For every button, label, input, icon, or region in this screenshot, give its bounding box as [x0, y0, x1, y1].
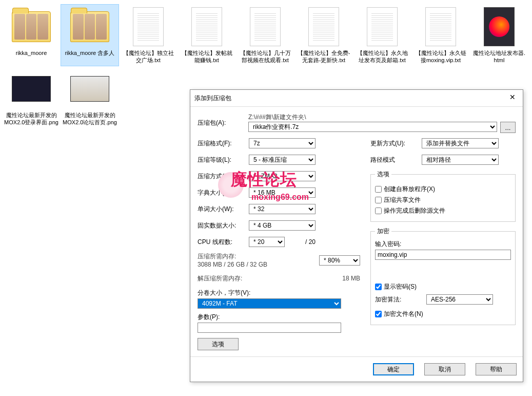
close-icon[interactable]: ✕: [506, 93, 519, 103]
path-label: 路径模式: [370, 156, 422, 164]
file-label: rikka_moore: [16, 49, 47, 56]
file-label: 【魔性论坛】独立社交广场.txt: [121, 49, 175, 64]
archive-name-input[interactable]: rikka作业资料.7z: [248, 122, 497, 132]
file-label: 魔性论坛最新开发的MOX2.0论坛首页.png: [63, 111, 117, 126]
level-label: 压缩等级(L):: [198, 156, 249, 164]
method-label: 压缩方式(M):: [198, 172, 249, 181]
word-label: 单词大小(W):: [198, 205, 249, 214]
solid-label: 固实数据大小:: [198, 221, 249, 230]
update-select[interactable]: 添加并替换文件: [422, 138, 499, 148]
file-item[interactable]: 【魔性论坛】永久链接moxing.vip.txt: [411, 4, 470, 66]
cancel-button[interactable]: 取消: [424, 363, 465, 375]
file-item[interactable]: 魔性论坛地址发布器.html: [470, 4, 528, 66]
mem-decompress-label: 解压缩所需内存:: [198, 274, 342, 283]
dict-select[interactable]: * 16 MB: [249, 187, 316, 198]
file-label: 【魔性论坛】全免费-无套路-更新快.txt: [297, 49, 351, 64]
encryption-fieldset: 加密 输入密码: 显示密码(S) 加密算法:AES-256 加密文件名(N): [370, 227, 516, 325]
compress-dialog: 添加到压缩包 ✕ 压缩包(A): Z:\###舞\新建文件夹\ rikka作业资…: [190, 89, 523, 382]
file-item[interactable]: 【魔性论坛】永久地址发布页及邮箱.txt: [353, 4, 411, 66]
format-label: 压缩格式(F):: [198, 139, 249, 148]
mem-pct-select[interactable]: * 80%: [319, 255, 360, 266]
archive-label: 压缩包(A):: [198, 119, 248, 127]
show-password-label: 显示密码(S): [384, 282, 417, 291]
txt-icon: [191, 7, 222, 46]
file-item[interactable]: 魔性论坛最新开发的MOX2.0论坛首页.png: [61, 66, 119, 128]
word-select[interactable]: * 32: [249, 204, 316, 214]
path-select[interactable]: 相对路径: [422, 155, 499, 165]
password-label: 输入密码:: [375, 240, 511, 249]
password-input[interactable]: [375, 250, 511, 260]
archive-path: Z:\###舞\新建文件夹\: [248, 113, 516, 122]
encrypt-filenames-label: 加密文件名(N): [384, 310, 423, 318]
level-select[interactable]: 5 - 标准压缩: [249, 155, 316, 165]
file-label: 【魔性论坛】发帖就能赚钱.txt: [180, 49, 234, 64]
txt-icon: [133, 7, 164, 46]
file-item[interactable]: 【魔性论坛】独立社交广场.txt: [119, 4, 178, 66]
help-button[interactable]: 帮助: [476, 363, 517, 375]
mem-compress-value: 3088 MB / 26 GB / 32 GB: [198, 261, 319, 268]
dialog-title: 添加到压缩包: [194, 94, 231, 103]
options-button[interactable]: 选项: [198, 338, 239, 350]
cpu-max: / 20: [305, 238, 316, 246]
file-label: rikka_moore 含多人: [65, 49, 115, 56]
mem-decompress-value: 18 MB: [342, 275, 360, 282]
file-item[interactable]: rikka_moore: [2, 4, 61, 66]
file-label: 魔性论坛地址发布器.html: [472, 49, 526, 64]
sfx-checkbox[interactable]: [375, 186, 382, 193]
encrypt-filenames-checkbox[interactable]: [375, 311, 382, 317]
delete-label: 操作完成后删除源文件: [384, 206, 445, 215]
encryption-legend: 加密: [375, 227, 391, 236]
enc-method-label: 加密算法:: [375, 295, 426, 304]
titlebar[interactable]: 添加到压缩包 ✕: [190, 90, 523, 107]
delete-checkbox[interactable]: [375, 208, 382, 214]
file-item[interactable]: 【魔性论坛】发帖就能赚钱.txt: [178, 4, 236, 66]
split-label: 分卷大小，字节(V):: [198, 289, 360, 297]
file-label: 【魔性论坛】几十万部视频在线观看.txt: [238, 49, 292, 64]
format-select[interactable]: 7z: [249, 138, 316, 148]
options-fieldset: 选项 创建自释放程序(X) 压缩共享文件 操作完成后删除源文件: [370, 170, 516, 222]
txt-icon: [250, 7, 281, 46]
method-select[interactable]: * LZMA2: [249, 171, 316, 181]
split-select[interactable]: 4092M - FAT: [198, 298, 341, 309]
folder-icon: [12, 11, 51, 42]
shared-checkbox[interactable]: [375, 197, 382, 203]
file-item[interactable]: rikka_moore 含多人: [61, 4, 119, 66]
params-label: 参数(P):: [198, 313, 360, 322]
image-icon: [12, 76, 51, 102]
cpu-select[interactable]: * 20: [249, 237, 285, 247]
file-label: 魔性论坛最新开发的MOX2.0登录界面.png: [4, 111, 58, 126]
txt-icon: [425, 7, 456, 46]
solid-select[interactable]: * 4 GB: [249, 220, 316, 231]
txt-icon: [367, 7, 398, 46]
shared-label: 压缩共享文件: [384, 196, 421, 204]
enc-method-select[interactable]: AES-256: [426, 294, 493, 305]
firefox-icon: [484, 7, 515, 46]
params-input[interactable]: [198, 323, 341, 333]
ok-button[interactable]: 确定: [373, 363, 414, 375]
file-label: 【魔性论坛】永久地址发布页及邮箱.txt: [355, 49, 409, 64]
update-label: 更新方式(U):: [370, 139, 422, 148]
dict-label: 字典大小(D):: [198, 188, 249, 197]
file-item[interactable]: 【魔性论坛】几十万部视频在线观看.txt: [236, 4, 294, 66]
file-item[interactable]: 【魔性论坛】全免费-无套路-更新快.txt: [294, 4, 353, 66]
txt-icon: [308, 7, 339, 46]
show-password-checkbox[interactable]: [375, 284, 382, 290]
sfx-label: 创建自释放程序(X): [384, 185, 435, 194]
file-label: 【魔性论坛】永久链接moxing.vip.txt: [413, 49, 468, 64]
browse-button[interactable]: ...: [500, 122, 516, 133]
image-icon: [70, 76, 109, 102]
cpu-label: CPU 线程数:: [198, 238, 249, 247]
options-legend: 选项: [375, 170, 391, 179]
file-item[interactable]: 魔性论坛最新开发的MOX2.0登录界面.png: [2, 66, 61, 128]
mem-compress-label: 压缩所需内存:: [198, 252, 319, 261]
folder-icon: [70, 11, 109, 42]
